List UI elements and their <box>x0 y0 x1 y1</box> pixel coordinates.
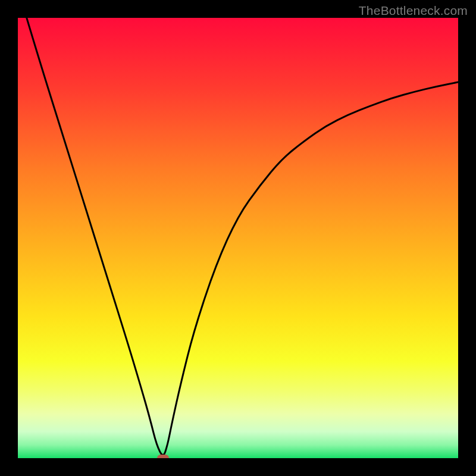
minimum-marker <box>157 455 169 458</box>
bottleneck-curve <box>18 18 458 458</box>
chart-frame: TheBottleneck.com <box>0 0 476 476</box>
watermark-text: TheBottleneck.com <box>359 4 468 18</box>
plot-area <box>18 18 458 458</box>
